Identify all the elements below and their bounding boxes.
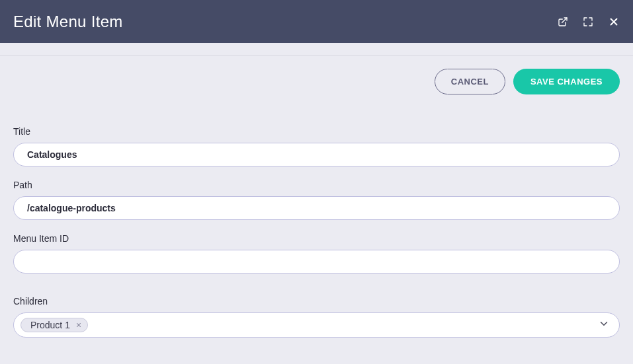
menu-item-id-input[interactable] — [13, 250, 620, 273]
chips-container: Product 1 — [21, 318, 88, 332]
menu-item-id-label: Menu Item ID — [13, 233, 620, 244]
children-group: Children Product 1 — [13, 296, 620, 338]
save-button[interactable]: SAVE CHANGES — [513, 69, 620, 94]
external-link-icon[interactable] — [558, 17, 568, 27]
cancel-button[interactable]: CANCEL — [435, 69, 505, 94]
modal-title: Edit Menu Item — [13, 13, 123, 31]
title-input[interactable] — [13, 143, 620, 166]
chip-item: Product 1 — [21, 318, 88, 332]
form: Title Path Menu Item ID Children Product… — [0, 114, 633, 363]
children-multiselect[interactable]: Product 1 — [13, 312, 620, 338]
path-label: Path — [13, 180, 620, 190]
chip-remove-icon[interactable] — [75, 322, 82, 328]
title-group: Title — [13, 126, 620, 166]
action-bar: CANCEL SAVE CHANGES — [0, 55, 633, 108]
expand-icon[interactable] — [583, 17, 593, 27]
chevron-down-icon — [598, 318, 610, 332]
svg-line-0 — [562, 18, 567, 22]
menu-item-id-group: Menu Item ID — [13, 233, 620, 273]
children-label: Children — [13, 296, 620, 307]
modal-header: Edit Menu Item — [0, 0, 633, 43]
header-actions — [558, 16, 620, 28]
path-group: Path — [13, 180, 620, 220]
close-icon[interactable] — [608, 16, 620, 28]
chip-label: Product 1 — [30, 320, 70, 330]
path-input[interactable] — [13, 196, 620, 220]
title-label: Title — [13, 126, 620, 137]
